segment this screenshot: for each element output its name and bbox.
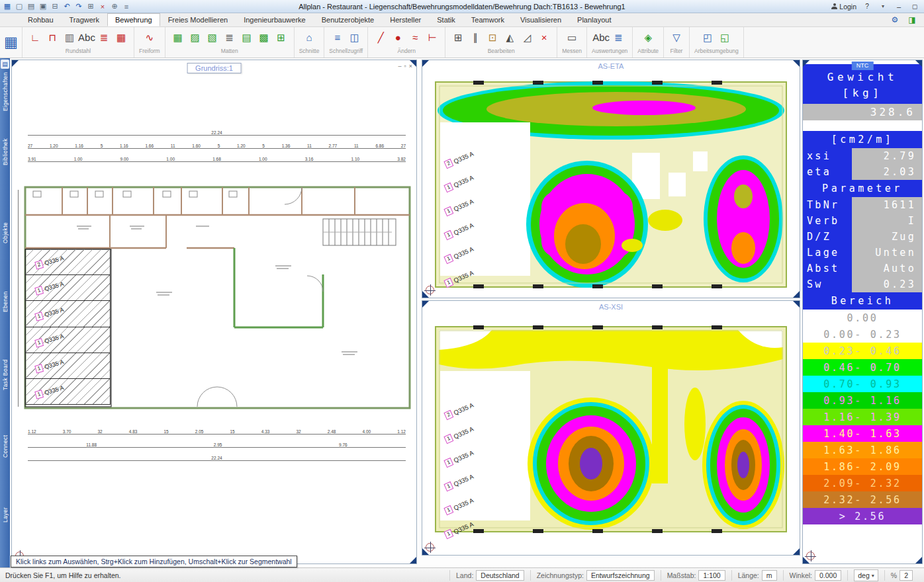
viewport-legend[interactable]: NTC Gewicht [kg] 328.6 [cm2/m] xsi 2.79 … bbox=[802, 60, 923, 564]
mirror-icon[interactable]: ◭ bbox=[502, 28, 518, 46]
modify-end-icon[interactable]: ⊢ bbox=[424, 28, 440, 46]
sidebar-item-ebenen[interactable]: Ebenen bbox=[2, 291, 9, 312]
mesh-panel[interactable]: 1 Q335 A bbox=[25, 327, 111, 353]
filter-funnel-icon[interactable]: ▽ bbox=[669, 28, 684, 46]
mesh-position-number: 1 bbox=[443, 434, 453, 444]
tab-tragwerk[interactable]: Tragwerk bbox=[62, 13, 107, 26]
mesh-place-icon[interactable]: ▦ bbox=[170, 28, 186, 46]
ribbon-tabs: Rohbau Tragwerk Bewehrung Freies Modelli… bbox=[20, 13, 619, 26]
palette-button[interactable]: ▦ bbox=[0, 27, 23, 58]
mesh-panel[interactable]: 2 Q335 A bbox=[25, 249, 111, 275]
scale-icon[interactable]: ◿ bbox=[519, 28, 535, 46]
section-house-icon[interactable]: ⌂ bbox=[301, 28, 317, 46]
mesh-check-icon[interactable]: ⊞ bbox=[273, 28, 289, 46]
rebar-label-icon[interactable]: Abc bbox=[79, 28, 95, 46]
stamp-icon[interactable]: ⊡ bbox=[485, 28, 500, 46]
mesh-panel[interactable]: 1 Q335 A bbox=[25, 274, 111, 301]
allplan-menu-icon[interactable]: ▦ bbox=[2, 1, 13, 11]
section-line-icon[interactable]: ≡ bbox=[330, 28, 346, 46]
tab-statik[interactable]: Statik bbox=[429, 13, 463, 26]
help-dropdown-icon[interactable] bbox=[878, 1, 888, 11]
mesh-cut-icon[interactable]: ▧ bbox=[205, 28, 220, 46]
legend-scale-row: 1.40- 1.63 bbox=[803, 425, 922, 442]
array-icon[interactable]: ∥ bbox=[467, 28, 483, 46]
panel-toggle-icon[interactable]: ◨ bbox=[907, 15, 917, 24]
delete-icon[interactable]: × bbox=[97, 1, 108, 11]
viewport-origin-icon[interactable] bbox=[806, 552, 815, 560]
print-icon[interactable]: ⊟ bbox=[50, 1, 60, 11]
chevron-down-icon bbox=[872, 570, 874, 581]
modify-wave-icon[interactable]: ≈ bbox=[407, 28, 423, 46]
sidebar-item-connect[interactable]: Connect bbox=[2, 435, 9, 458]
copy-elements-icon[interactable]: ⊞ bbox=[450, 28, 466, 46]
viewport-origin-icon[interactable] bbox=[426, 286, 434, 294]
login-button[interactable]: Login bbox=[831, 3, 856, 11]
undo-icon[interactable]: ↶ bbox=[62, 1, 72, 11]
redo-icon[interactable]: ↷ bbox=[73, 1, 84, 11]
attribute-tag-icon[interactable]: ◈ bbox=[640, 28, 656, 46]
viewport-origin-icon[interactable] bbox=[426, 543, 434, 552]
rebar-extrude-icon[interactable]: ⊓ bbox=[44, 28, 60, 46]
interaction-hint-tooltip: Klick links zum Auswählen, Strg+Klick zu… bbox=[11, 556, 297, 567]
freeform-bar-icon[interactable]: ∿ bbox=[142, 28, 158, 46]
modify-pen-icon[interactable]: ╱ bbox=[373, 28, 389, 46]
tab-rohbau[interactable]: Rohbau bbox=[20, 13, 62, 26]
settings-gear-icon[interactable]: ⚙ bbox=[890, 15, 900, 24]
angle-unit-dropdown[interactable]: deg bbox=[854, 569, 878, 581]
new-document-icon[interactable]: ▢ bbox=[14, 1, 24, 11]
tab-ingenieurbauwerke[interactable]: Ingenieurbauwerke bbox=[236, 13, 314, 26]
copy-icon[interactable]: ⊞ bbox=[85, 1, 96, 11]
section-view-icon[interactable]: ◫ bbox=[347, 28, 363, 46]
sidebar-item-objekte[interactable]: Objekte bbox=[2, 222, 9, 243]
sidebar-item-layer[interactable]: Layer bbox=[2, 507, 9, 522]
rebar-schema-icon[interactable]: ≣ bbox=[96, 28, 112, 46]
tab-teamwork[interactable]: Teamwork bbox=[463, 13, 512, 26]
sidebar-item-bibliothek[interactable]: Bibliothek bbox=[2, 138, 9, 165]
save-icon[interactable]: ▣ bbox=[38, 1, 48, 11]
minimize-window-icon[interactable] bbox=[894, 1, 904, 11]
maximize-window-icon[interactable] bbox=[909, 1, 920, 11]
tab-hersteller[interactable]: Hersteller bbox=[382, 13, 429, 26]
viewport-title[interactable]: AS-ETA bbox=[422, 62, 800, 70]
palette-home-icon[interactable]: ▤ bbox=[1, 60, 9, 69]
modify-point-icon[interactable]: ● bbox=[390, 28, 406, 46]
help-icon[interactable] bbox=[862, 1, 872, 11]
report-list-icon[interactable]: ≣ bbox=[610, 28, 626, 46]
tab-freies-modellieren[interactable]: Freies Modellieren bbox=[160, 13, 236, 26]
mesh-label: Q335 A bbox=[452, 425, 474, 440]
measure-icon[interactable]: ▭ bbox=[564, 28, 580, 46]
mesh-single-icon[interactable]: ▤ bbox=[239, 28, 255, 46]
rebar-fan-icon[interactable]: ▥ bbox=[62, 28, 77, 46]
mesh-span-icon[interactable]: ▨ bbox=[187, 28, 203, 46]
report-text-icon[interactable]: Abc bbox=[593, 28, 609, 46]
mesh-panel[interactable]: 1 Q335 A bbox=[25, 378, 111, 405]
sidebar-item-task-board[interactable]: Task Board bbox=[2, 359, 9, 390]
tab-benutzerobjekte[interactable]: Benutzerobjekte bbox=[314, 13, 383, 26]
options-icon[interactable]: ≡ bbox=[121, 1, 132, 11]
tab-planlayout[interactable]: Planlayout bbox=[569, 13, 619, 26]
open-project-icon[interactable]: ▤ bbox=[26, 1, 36, 11]
mesh-panel[interactable]: 1 Q335 A bbox=[25, 300, 111, 327]
viewport-grundriss[interactable]: Grundriss:1 22.24 271.201.1651.161.66111… bbox=[11, 60, 417, 564]
layout-grid-icon[interactable]: ◰ bbox=[700, 28, 716, 46]
delete-elements-icon[interactable]: × bbox=[536, 28, 552, 46]
sidebar-item-eigenschaften[interactable]: Eigenschaften bbox=[2, 72, 9, 111]
mesh-list-icon[interactable]: ≣ bbox=[222, 28, 238, 46]
tab-visualisieren[interactable]: Visualisieren bbox=[512, 13, 569, 26]
viewport-close-icon[interactable] bbox=[409, 63, 412, 69]
rebar-area-icon[interactable]: ▦ bbox=[113, 28, 129, 46]
viewport-title[interactable]: AS-XSI bbox=[422, 303, 800, 311]
layout-window-icon[interactable]: ◱ bbox=[717, 28, 733, 46]
link-icon[interactable]: ⊕ bbox=[109, 1, 120, 11]
rebar-place-icon[interactable]: ∟ bbox=[27, 28, 43, 46]
viewport-as-eta[interactable]: AS-ETA bbox=[422, 60, 800, 298]
viewport-maximize-icon[interactable] bbox=[404, 63, 406, 69]
viewport-as-xsi[interactable]: AS-XSI bbox=[422, 300, 800, 556]
mesh-bend-icon[interactable]: ▩ bbox=[256, 28, 272, 46]
percent-value[interactable]: 2 bbox=[900, 570, 913, 581]
mesh-panel[interactable]: 1 Q335 A bbox=[25, 353, 111, 379]
legend-parameter-header: Parameter bbox=[803, 180, 922, 197]
tab-bewehrung[interactable]: Bewehrung bbox=[107, 13, 160, 26]
viewport-minimize-icon[interactable] bbox=[398, 63, 402, 69]
viewport-title[interactable]: Grundriss:1 bbox=[187, 63, 242, 73]
